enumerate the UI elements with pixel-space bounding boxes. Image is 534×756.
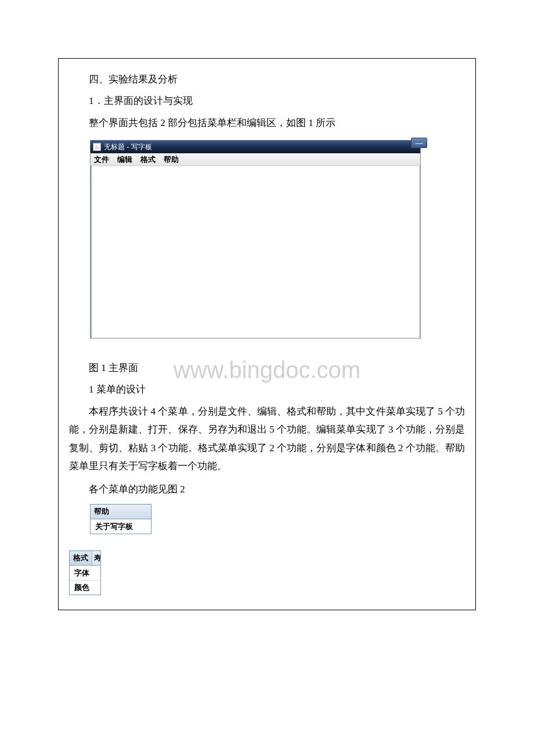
format-menu-item-font[interactable]: 字体 <box>70 566 100 580</box>
subsection-title-1: 1．主界面的设计与实现 <box>59 92 475 110</box>
section-heading: 四、实验结果及分析 <box>59 70 475 88</box>
body-paragraph: 本程序共设计 4 个菜单，分别是文件、编辑、格式和帮助，其中文件菜单实现了 5 … <box>59 402 475 476</box>
figure-1-caption: 图 1 主界面 <box>59 361 149 375</box>
document-page: 四、实验结果及分析 1．主界面的设计与实现 整个界面共包括 2 部分包括菜单栏和… <box>58 58 476 610</box>
format-menu-figure-wrap: 格式 寿 字体 颜色 <box>69 550 475 595</box>
format-menu-header-row: 格式 寿 <box>70 551 100 566</box>
format-menu-header[interactable]: 格式 <box>70 551 92 566</box>
editor-textarea[interactable] <box>91 166 420 338</box>
menu-format[interactable]: 格式 <box>140 154 156 165</box>
help-menu-item-about[interactable]: 关于写字板 <box>91 519 151 534</box>
format-menu-item-color[interactable]: 颜色 <box>70 580 100 595</box>
menu-edit[interactable]: 编辑 <box>117 154 132 165</box>
content-area: 四、实验结果及分析 1．主界面的设计与实现 整个界面共包括 2 部分包括菜单栏和… <box>59 59 475 610</box>
window-title-text: 无标题 - 写字板 <box>104 142 152 152</box>
java-icon: ♨ <box>93 143 101 151</box>
adjacent-menu-fragment[interactable]: 寿 <box>92 551 100 566</box>
help-menu-header[interactable]: 帮助 <box>91 505 151 519</box>
window-titlebar: ♨ 无标题 - 写字板 — <box>91 141 420 153</box>
menu-help[interactable]: 帮助 <box>164 154 179 165</box>
format-menu-figure: 格式 寿 字体 颜色 <box>69 550 101 595</box>
figure-1-window: ♨ 无标题 - 写字板 — 文件 编辑 格式 帮助 <box>90 140 421 339</box>
body-line-2: 各个菜单的功能见图 2 <box>59 480 475 498</box>
help-menu-figure: 帮助 关于写字板 <box>90 504 151 534</box>
menubar: 文件 编辑 格式 帮助 <box>91 153 420 166</box>
menu-file[interactable]: 文件 <box>94 154 109 165</box>
intro-paragraph: 整个界面共包括 2 部分包括菜单栏和编辑区，如图 1 所示 <box>59 114 475 132</box>
minimize-button[interactable]: — <box>411 138 427 148</box>
